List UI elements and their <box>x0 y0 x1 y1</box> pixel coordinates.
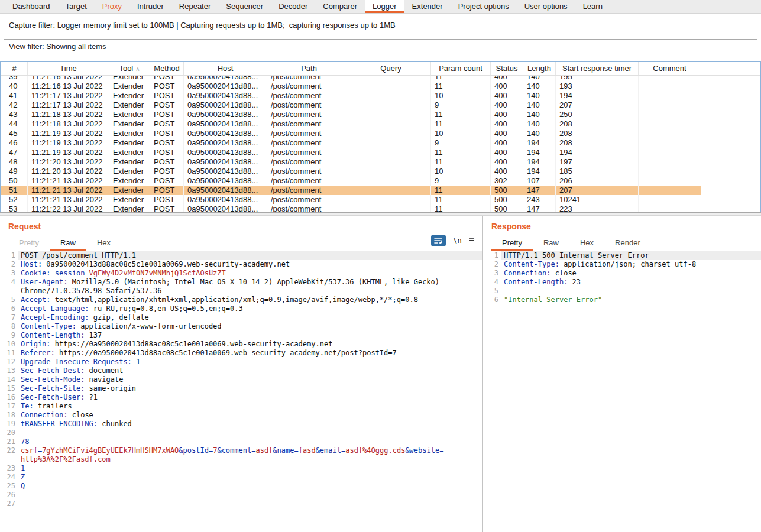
line-text: Host: 0a9500020413d88ac08c5c1e001a0069.w… <box>18 260 482 269</box>
cell-num: 48 <box>1 157 28 167</box>
cell-time: 11:21:22 13 Jul 2022 <box>28 205 109 212</box>
response-editor[interactable]: 1HTTP/1.1 500 Internal Server Error2Cont… <box>483 251 761 532</box>
line-text: Content-Length: 137 <box>18 331 482 340</box>
cell-length: 140 <box>523 91 556 100</box>
cell-host: 0a9500020413d88... <box>184 82 267 91</box>
table-row[interactable]: 4411:21:18 13 Jul 2022ExtenderPOST0a9500… <box>1 119 701 129</box>
column-header-spacer[interactable] <box>701 62 761 75</box>
menu-item-dashboard[interactable]: Dashboard <box>5 0 58 13</box>
menu-item-logger[interactable]: Logger <box>365 0 404 13</box>
column-header-host[interactable]: Host <box>184 62 267 75</box>
table-row[interactable]: 5311:21:22 13 Jul 2022ExtenderPOST0a9500… <box>1 205 701 212</box>
horizontal-splitter[interactable] <box>0 212 761 216</box>
response-tab-pretty[interactable]: Pretty <box>491 236 533 251</box>
code-line: 3Connection: close <box>483 269 761 278</box>
line-text: Connection: close <box>18 411 482 420</box>
cell-time: 11:21:21 13 Jul 2022 <box>28 186 109 195</box>
line-number: 1 <box>0 251 18 260</box>
column-header-comment[interactable]: Comment <box>639 62 701 75</box>
cell-path: /post/comment <box>267 138 351 148</box>
code-line: 1POST /post/comment HTTP/1.1 <box>0 251 482 260</box>
cell-comment <box>639 176 701 186</box>
cell-length: 147 <box>523 186 556 195</box>
cell-method: POST <box>150 195 184 205</box>
sort-asc-icon: ∧ <box>135 66 140 72</box>
view-filter-bar[interactable]: View filter: Showing all items <box>4 39 757 54</box>
menu-item-user-options[interactable]: User options <box>517 0 575 13</box>
column-header-param-count[interactable]: Param count <box>431 62 491 75</box>
table-row[interactable]: 3911:21:16 13 Jul 2022ExtenderPOST0a9500… <box>1 76 701 82</box>
table-row[interactable]: 4511:21:19 13 Jul 2022ExtenderPOST0a9500… <box>1 129 701 138</box>
cell-method: POST <box>150 167 184 176</box>
menu-item-repeater[interactable]: Repeater <box>171 0 218 13</box>
column-header-path[interactable]: Path <box>267 62 351 75</box>
request-tab-hex[interactable]: Hex <box>86 236 121 251</box>
menu-item-extender[interactable]: Extender <box>404 0 451 13</box>
cell-length: 140 <box>523 129 556 138</box>
cell-num: 50 <box>1 176 28 186</box>
column-header-num[interactable]: # <box>1 62 28 75</box>
cell-length: 194 <box>523 157 556 167</box>
line-number: 6 <box>0 304 18 313</box>
table-row[interactable]: 5211:21:21 13 Jul 2022ExtenderPOST0a9500… <box>1 195 701 205</box>
column-header-method[interactable]: Method <box>150 62 184 75</box>
cell-status: 400 <box>491 91 523 100</box>
line-number: 24 <box>0 473 18 482</box>
request-tab-pretty[interactable]: Pretty <box>8 236 50 251</box>
column-header-length[interactable]: Length <box>523 62 556 75</box>
column-header-status[interactable]: Status <box>491 62 523 75</box>
code-line: 2178 <box>0 437 482 446</box>
cell-tool: Extender <box>109 176 150 186</box>
line-number: 15 <box>0 384 18 393</box>
line-text <box>18 499 482 508</box>
request-panel: Request PrettyRawHex \n ≡ 1POST /post/co… <box>0 216 483 532</box>
cell-host: 0a9500020413d88... <box>184 167 267 176</box>
editor-menu-icon[interactable]: ≡ <box>469 236 474 245</box>
line-number: 26 <box>0 491 18 499</box>
cell-query <box>351 195 431 205</box>
code-line: 17Te: trailers <box>0 402 482 411</box>
cell-param_count: 11 <box>431 157 491 167</box>
response-tab-hex[interactable]: Hex <box>569 236 604 251</box>
column-header-query[interactable]: Query <box>351 62 431 75</box>
menu-item-target[interactable]: Target <box>58 0 95 13</box>
newline-icon[interactable]: \n <box>453 236 461 245</box>
menu-item-sequencer[interactable]: Sequencer <box>218 0 271 13</box>
table-row[interactable]: 4711:21:19 13 Jul 2022ExtenderPOST0a9500… <box>1 148 701 157</box>
table-row[interactable]: 4811:21:20 13 Jul 2022ExtenderPOST0a9500… <box>1 157 701 167</box>
cell-method: POST <box>150 157 184 167</box>
table-row[interactable]: 4611:21:19 13 Jul 2022ExtenderPOST0a9500… <box>1 138 701 148</box>
request-toolbar: \n ≡ <box>431 235 474 246</box>
menu-item-decoder[interactable]: Decoder <box>271 0 315 13</box>
response-tab-raw[interactable]: Raw <box>533 236 569 251</box>
capture-filter-bar[interactable]: Capture filter: Logger memory limit set … <box>4 18 757 33</box>
cell-method: POST <box>150 82 184 91</box>
menu-item-intruder[interactable]: Intruder <box>129 0 171 13</box>
table-row[interactable]: 5111:21:21 13 Jul 2022ExtenderPOST0a9500… <box>1 186 701 195</box>
cell-tool: Extender <box>109 186 150 195</box>
column-header-start-response-timer[interactable]: Start response timer <box>556 62 639 75</box>
table-row[interactable]: 4011:21:16 13 Jul 2022ExtenderPOST0a9500… <box>1 82 701 91</box>
table-row[interactable]: 4311:21:18 13 Jul 2022ExtenderPOST0a9500… <box>1 110 701 119</box>
menu-item-proxy[interactable]: Proxy <box>95 0 129 13</box>
table-row[interactable]: 4111:21:17 13 Jul 2022ExtenderPOST0a9500… <box>1 91 701 100</box>
menu-item-project-options[interactable]: Project options <box>451 0 517 13</box>
code-line: 13Sec-Fetch-Dest: document <box>0 366 482 375</box>
menu-item-comparer[interactable]: Comparer <box>315 0 365 13</box>
cell-param_count: 10 <box>431 167 491 176</box>
table-row[interactable]: 4911:21:20 13 Jul 2022ExtenderPOST0a9500… <box>1 167 701 176</box>
cell-timer: 193 <box>556 82 639 91</box>
request-title: Request <box>8 222 41 231</box>
column-header-time[interactable]: Time <box>28 62 109 75</box>
request-editor[interactable]: 1POST /post/comment HTTP/1.12Host: 0a950… <box>0 251 482 532</box>
cell-host: 0a9500020413d88... <box>184 148 267 157</box>
cell-comment <box>639 119 701 129</box>
column-header-tool[interactable]: Tool∧ <box>109 62 150 75</box>
table-row[interactable]: 5011:21:21 13 Jul 2022ExtenderPOST0a9500… <box>1 176 701 186</box>
response-tab-render[interactable]: Render <box>604 236 651 251</box>
wrap-lines-icon[interactable] <box>431 235 446 246</box>
line-text: Sec-Fetch-User: ?1 <box>18 393 482 402</box>
menu-item-learn[interactable]: Learn <box>575 0 610 13</box>
request-tab-raw[interactable]: Raw <box>50 236 86 251</box>
table-row[interactable]: 4211:21:17 13 Jul 2022ExtenderPOST0a9500… <box>1 100 701 110</box>
